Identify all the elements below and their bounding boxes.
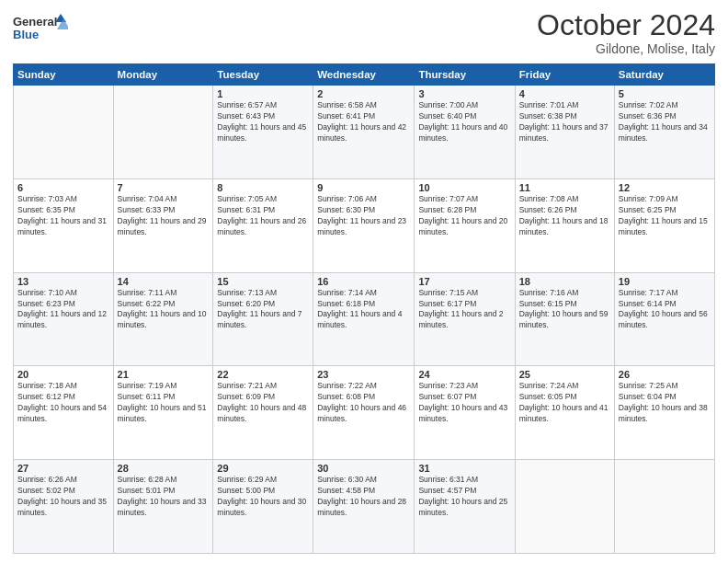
day-number: 28 [118, 463, 210, 474]
calendar-cell-4-3: 22Sunrise: 7:21 AM Sunset: 6:09 PM Dayli… [213, 366, 313, 460]
day-info: Sunrise: 7:09 AM Sunset: 6:25 PM Dayligh… [619, 194, 711, 238]
day-info: Sunrise: 6:28 AM Sunset: 5:01 PM Dayligh… [118, 475, 210, 519]
day-info: Sunrise: 7:15 AM Sunset: 6:17 PM Dayligh… [418, 288, 510, 332]
day-info: Sunrise: 6:58 AM Sunset: 6:41 PM Dayligh… [317, 100, 410, 144]
calendar-cell-4-5: 24Sunrise: 7:23 AM Sunset: 6:07 PM Dayli… [415, 366, 515, 460]
calendar-cell-1-6: 4Sunrise: 7:01 AM Sunset: 6:38 PM Daylig… [515, 86, 614, 179]
day-number: 16 [317, 276, 410, 287]
day-number: 31 [418, 463, 510, 474]
day-info: Sunrise: 7:25 AM Sunset: 6:04 PM Dayligh… [619, 381, 711, 425]
day-info: Sunrise: 7:18 AM Sunset: 6:12 PM Dayligh… [17, 381, 109, 425]
month-title: October 2024 [537, 9, 715, 41]
calendar-cell-2-2: 7Sunrise: 7:04 AM Sunset: 6:33 PM Daylig… [113, 178, 213, 272]
col-saturday: Saturday [614, 64, 714, 86]
title-area: October 2024 Gildone, Molise, Italy [537, 9, 715, 56]
day-info: Sunrise: 7:14 AM Sunset: 6:18 PM Dayligh… [317, 288, 410, 332]
calendar-cell-1-1 [14, 86, 114, 179]
calendar-cell-4-4: 23Sunrise: 7:22 AM Sunset: 6:08 PM Dayli… [313, 366, 415, 460]
day-number: 2 [317, 88, 410, 99]
day-number: 19 [619, 276, 711, 287]
location-subtitle: Gildone, Molise, Italy [537, 41, 715, 56]
logo: General Blue [13, 9, 68, 50]
calendar-cell-3-4: 16Sunrise: 7:14 AM Sunset: 6:18 PM Dayli… [313, 272, 415, 366]
calendar-cell-1-7: 5Sunrise: 7:02 AM Sunset: 6:36 PM Daylig… [614, 86, 714, 179]
calendar-cell-3-5: 17Sunrise: 7:15 AM Sunset: 6:17 PM Dayli… [415, 272, 515, 366]
day-info: Sunrise: 6:30 AM Sunset: 4:58 PM Dayligh… [317, 475, 410, 519]
day-number: 20 [17, 369, 109, 380]
day-info: Sunrise: 6:57 AM Sunset: 6:43 PM Dayligh… [217, 100, 309, 144]
day-number: 10 [418, 182, 510, 193]
calendar-week-row-1: 1Sunrise: 6:57 AM Sunset: 6:43 PM Daylig… [14, 86, 715, 179]
calendar-cell-5-5: 31Sunrise: 6:31 AM Sunset: 4:57 PM Dayli… [415, 460, 515, 554]
calendar-cell-5-2: 28Sunrise: 6:28 AM Sunset: 5:01 PM Dayli… [113, 460, 213, 554]
day-number: 13 [17, 276, 109, 287]
day-number: 17 [418, 276, 510, 287]
day-number: 22 [217, 369, 309, 380]
day-info: Sunrise: 7:00 AM Sunset: 6:40 PM Dayligh… [418, 100, 510, 144]
day-info: Sunrise: 7:21 AM Sunset: 6:09 PM Dayligh… [217, 381, 309, 425]
svg-text:General: General [13, 15, 57, 29]
day-number: 27 [17, 463, 109, 474]
day-number: 26 [619, 369, 711, 380]
col-monday: Monday [113, 64, 213, 86]
day-info: Sunrise: 6:31 AM Sunset: 4:57 PM Dayligh… [418, 475, 510, 519]
calendar-cell-5-4: 30Sunrise: 6:30 AM Sunset: 4:58 PM Dayli… [313, 460, 415, 554]
calendar-cell-5-7 [614, 460, 714, 554]
calendar-cell-5-3: 29Sunrise: 6:29 AM Sunset: 5:00 PM Dayli… [213, 460, 313, 554]
logo-area: General Blue [13, 9, 68, 50]
calendar-cell-3-7: 19Sunrise: 7:17 AM Sunset: 6:14 PM Dayli… [614, 272, 714, 366]
day-info: Sunrise: 7:03 AM Sunset: 6:35 PM Dayligh… [17, 194, 109, 238]
day-info: Sunrise: 7:22 AM Sunset: 6:08 PM Dayligh… [317, 381, 410, 425]
day-number: 6 [17, 182, 109, 193]
day-number: 24 [418, 369, 510, 380]
day-number: 8 [217, 182, 309, 193]
day-info: Sunrise: 7:04 AM Sunset: 6:33 PM Dayligh… [118, 194, 210, 238]
day-number: 25 [519, 369, 610, 380]
calendar-header-row: Sunday Monday Tuesday Wednesday Thursday… [14, 64, 715, 86]
calendar-cell-1-5: 3Sunrise: 7:00 AM Sunset: 6:40 PM Daylig… [415, 86, 515, 179]
calendar-cell-3-3: 15Sunrise: 7:13 AM Sunset: 6:20 PM Dayli… [213, 272, 313, 366]
day-number: 3 [418, 88, 510, 99]
calendar-cell-2-7: 12Sunrise: 7:09 AM Sunset: 6:25 PM Dayli… [614, 178, 714, 272]
calendar-table: Sunday Monday Tuesday Wednesday Thursday… [13, 63, 715, 554]
calendar-cell-3-2: 14Sunrise: 7:11 AM Sunset: 6:22 PM Dayli… [113, 272, 213, 366]
calendar-cell-1-2 [113, 86, 213, 179]
calendar-week-row-3: 13Sunrise: 7:10 AM Sunset: 6:23 PM Dayli… [14, 272, 715, 366]
calendar-cell-2-4: 9Sunrise: 7:06 AM Sunset: 6:30 PM Daylig… [313, 178, 415, 272]
calendar-cell-4-6: 25Sunrise: 7:24 AM Sunset: 6:05 PM Dayli… [515, 366, 614, 460]
day-info: Sunrise: 7:05 AM Sunset: 6:31 PM Dayligh… [217, 194, 309, 238]
calendar-cell-2-1: 6Sunrise: 7:03 AM Sunset: 6:35 PM Daylig… [14, 178, 114, 272]
day-number: 7 [118, 182, 210, 193]
calendar-cell-4-7: 26Sunrise: 7:25 AM Sunset: 6:04 PM Dayli… [614, 366, 714, 460]
col-friday: Friday [515, 64, 614, 86]
calendar-cell-2-6: 11Sunrise: 7:08 AM Sunset: 6:26 PM Dayli… [515, 178, 614, 272]
calendar-cell-4-2: 21Sunrise: 7:19 AM Sunset: 6:11 PM Dayli… [113, 366, 213, 460]
day-number: 4 [519, 88, 610, 99]
day-number: 15 [217, 276, 309, 287]
day-info: Sunrise: 7:08 AM Sunset: 6:26 PM Dayligh… [519, 194, 610, 238]
col-sunday: Sunday [14, 64, 114, 86]
calendar-cell-2-5: 10Sunrise: 7:07 AM Sunset: 6:28 PM Dayli… [415, 178, 515, 272]
calendar-cell-1-4: 2Sunrise: 6:58 AM Sunset: 6:41 PM Daylig… [313, 86, 415, 179]
day-info: Sunrise: 7:07 AM Sunset: 6:28 PM Dayligh… [418, 194, 510, 238]
day-info: Sunrise: 7:16 AM Sunset: 6:15 PM Dayligh… [519, 288, 610, 332]
day-info: Sunrise: 7:24 AM Sunset: 6:05 PM Dayligh… [519, 381, 610, 425]
calendar-cell-3-1: 13Sunrise: 7:10 AM Sunset: 6:23 PM Dayli… [14, 272, 114, 366]
calendar-cell-1-3: 1Sunrise: 6:57 AM Sunset: 6:43 PM Daylig… [213, 86, 313, 179]
calendar-week-row-4: 20Sunrise: 7:18 AM Sunset: 6:12 PM Dayli… [14, 366, 715, 460]
day-info: Sunrise: 7:06 AM Sunset: 6:30 PM Dayligh… [317, 194, 410, 238]
day-info: Sunrise: 7:17 AM Sunset: 6:14 PM Dayligh… [619, 288, 711, 332]
page: General Blue October 2024 Gildone, Molis… [0, 0, 728, 563]
calendar-cell-5-6 [515, 460, 614, 554]
day-info: Sunrise: 6:26 AM Sunset: 5:02 PM Dayligh… [17, 475, 109, 519]
calendar-cell-3-6: 18Sunrise: 7:16 AM Sunset: 6:15 PM Dayli… [515, 272, 614, 366]
calendar-cell-5-1: 27Sunrise: 6:26 AM Sunset: 5:02 PM Dayli… [14, 460, 114, 554]
calendar-week-row-5: 27Sunrise: 6:26 AM Sunset: 5:02 PM Dayli… [14, 460, 715, 554]
day-info: Sunrise: 7:23 AM Sunset: 6:07 PM Dayligh… [418, 381, 510, 425]
day-number: 9 [317, 182, 410, 193]
day-info: Sunrise: 7:11 AM Sunset: 6:22 PM Dayligh… [118, 288, 210, 332]
svg-text:Blue: Blue [13, 28, 39, 41]
calendar-cell-4-1: 20Sunrise: 7:18 AM Sunset: 6:12 PM Dayli… [14, 366, 114, 460]
day-info: Sunrise: 7:13 AM Sunset: 6:20 PM Dayligh… [217, 288, 309, 332]
day-info: Sunrise: 7:19 AM Sunset: 6:11 PM Dayligh… [118, 381, 210, 425]
